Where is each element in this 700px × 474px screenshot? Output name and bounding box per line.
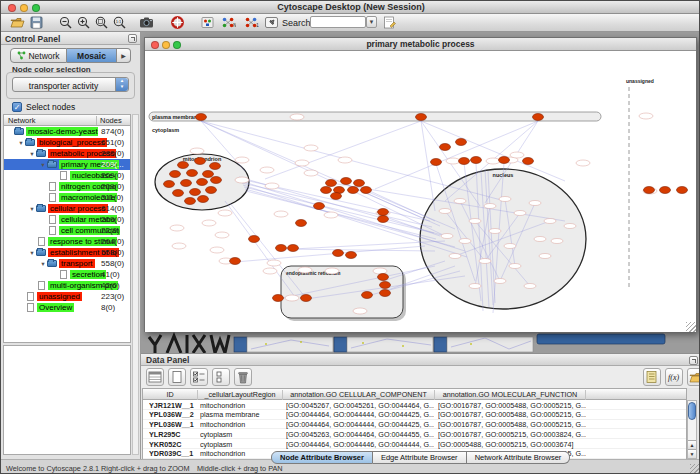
tree-row[interactable]: mosaic-demo-yeast874(0)	[4, 126, 130, 137]
zoom-selected-region-icon[interactable]	[93, 15, 110, 30]
file-icon	[49, 182, 56, 191]
node-color-attribute-select[interactable]: transporter activity ▲▼	[12, 77, 129, 92]
tab-mosaic[interactable]: Mosaic	[67, 48, 117, 63]
view-resize-grip[interactable]	[686, 322, 696, 332]
table-cell: YPL036W__2	[149, 410, 197, 419]
attribute-table-icon[interactable]	[146, 368, 164, 386]
tree-row[interactable]: cellular metabo209(0)	[4, 214, 130, 225]
table-cell: plasma membrane	[200, 410, 282, 419]
expander-icon[interactable]: ▼	[28, 151, 36, 157]
column-go-cellular-component[interactable]: annotation.GO CELLULAR_COMPONENT	[283, 390, 435, 400]
window-resize-grip[interactable]	[690, 464, 700, 474]
tree-row[interactable]: response to stimul264(0)	[4, 236, 130, 247]
function-builder-icon[interactable]: f(x)	[665, 368, 683, 386]
expander-icon[interactable]: ▼	[28, 206, 36, 212]
select-first-neighbors-icon[interactable]: N	[218, 15, 238, 30]
zoom-in-icon[interactable]	[75, 15, 92, 30]
tab-network-attribute-browser[interactable]: Network Attribute Browser	[467, 451, 571, 464]
select-attributes-icon[interactable]	[190, 368, 208, 386]
table-cell: [GO:0044464, GO:0044444, GO:0044425, G..…	[286, 410, 434, 419]
tree-row[interactable]: ▼establishment of lo558(0)	[4, 247, 130, 258]
save-session-icon[interactable]	[28, 15, 45, 30]
tree-row[interactable]: Overview8(0)	[4, 302, 130, 313]
file-icon	[27, 292, 34, 301]
tree-row-count: 651(0)	[101, 138, 124, 147]
help-icon[interactable]	[169, 15, 186, 30]
table-cell: YJR121W__1	[149, 401, 197, 410]
tree-row[interactable]: ▼biological_process651(0)	[4, 137, 130, 148]
folder-icon	[36, 150, 46, 157]
network-view-title: primary metabolic process	[145, 39, 696, 49]
tab-node-attribute-browser[interactable]: Node Attribute Browser	[271, 451, 373, 464]
folder-icon	[36, 249, 46, 256]
column-cellular-layout-region[interactable]: _cellularLayoutRegion	[198, 390, 283, 400]
table-row[interactable]: YJR121W__1mitochondrion[GO:0045267, GO:0…	[143, 400, 686, 410]
tree-row[interactable]: unassigned223(0)	[4, 291, 130, 302]
zoom-out-icon[interactable]	[57, 15, 74, 30]
control-panel-scrollbar[interactable]	[132, 114, 139, 455]
scroll-up-icon[interactable]: ▲	[688, 440, 696, 449]
preferences-icon[interactable]	[381, 15, 398, 30]
delete-attribute-icon[interactable]	[234, 368, 252, 386]
file-icon	[49, 226, 56, 235]
network-merge-icon[interactable]: 1	[241, 15, 261, 30]
control-panel: Control Panel Network Mosaic ▶ Node colo…	[1, 32, 141, 459]
column-id[interactable]: ID	[143, 390, 198, 400]
expander-icon[interactable]: ▼	[17, 140, 25, 146]
expander-icon[interactable]: ▼	[39, 261, 47, 267]
tree-row[interactable]: nucleobase-209(0)	[4, 170, 130, 181]
tree-row[interactable]: ▼transport558(0)	[4, 258, 130, 269]
tree-row[interactable]: nitrogen compo209(0)	[4, 181, 130, 192]
tree-row[interactable]: ▼cellular process614(0)	[4, 203, 130, 214]
tree-row[interactable]: ▼primary metabo209(...	[4, 159, 130, 170]
tree-row[interactable]: macromolecule311(0)	[4, 192, 130, 203]
combo-stepper-icon[interactable]: ▲▼	[115, 78, 128, 91]
table-row[interactable]: YLR295Ccytoplasm[GO:0045263, GO:0044464,…	[143, 429, 686, 439]
data-panel: Data Panel f(x) ID _cellularLayoutRegion…	[141, 353, 700, 459]
select-nodes-checkbox[interactable]: ✓	[12, 102, 22, 112]
search-dropdown-icon[interactable]: ▼	[366, 16, 377, 28]
network-view-titlebar[interactable]: primary metabolic process	[145, 38, 696, 51]
file-icon	[27, 303, 34, 312]
table-row[interactable]: YKR052Ccytoplasm[GO:0044464, GO:0044446,…	[143, 439, 686, 449]
cytoscape-window: Cytoscape Desktop (New Session) 1:1 N 1 …	[0, 0, 700, 474]
vizmapper-icon[interactable]	[199, 15, 216, 30]
tree-row[interactable]: secretion41(0)	[4, 269, 130, 280]
tree-column-network[interactable]: Network	[8, 116, 36, 125]
open-session-icon[interactable]	[9, 15, 26, 30]
tree-row-count: 264(0)	[101, 237, 124, 246]
expander-icon[interactable]: ▼	[39, 162, 47, 168]
create-attribute-icon[interactable]	[168, 368, 186, 386]
snapshot-icon[interactable]	[138, 15, 155, 30]
import-attributes-icon[interactable]	[687, 368, 700, 386]
file-icon	[60, 270, 67, 279]
network-canvas[interactable]: plasma membrane cytoplasm mitochondrion …	[145, 51, 696, 332]
annotation-icon[interactable]	[263, 15, 280, 30]
scroll-down-icon[interactable]: ▼	[688, 449, 696, 458]
unselect-attributes-icon[interactable]	[212, 368, 230, 386]
table-cell: cytoplasm	[200, 440, 282, 449]
table-cell: mitochondrion	[200, 420, 282, 429]
table-row[interactable]: YPL036W__2plasma membrane[GO:0044464, GO…	[143, 410, 686, 420]
column-go-molecular-function[interactable]: annotation.GO MOLECULAR_FUNCTION	[435, 390, 586, 400]
table-row[interactable]: YPL036W__1mitochondrion[GO:0044464, GO:0…	[143, 420, 686, 430]
background-windows-strip	[141, 332, 700, 353]
float-data-panel-icon[interactable]	[689, 356, 698, 365]
tab-network[interactable]: Network	[10, 48, 67, 63]
float-panel-icon[interactable]	[128, 34, 137, 43]
tree-row-label: Overview	[37, 303, 74, 312]
table-scrollbar-thumb[interactable]	[688, 402, 696, 420]
attribute-editor-icon[interactable]	[643, 368, 661, 386]
expander-icon[interactable]: ▼	[28, 250, 36, 256]
tree-row[interactable]: multi-organism pro42(0)	[4, 280, 130, 291]
network-nodes[interactable]	[164, 114, 688, 302]
attribute-browser-tabs: Node Attribute Browser Edge Attribute Br…	[271, 451, 570, 464]
tree-row[interactable]: ▼metabolic process280(0)	[4, 148, 130, 159]
table-scrollbar[interactable]: ▲ ▼	[687, 400, 697, 459]
tab-overflow-icon[interactable]: ▶	[117, 48, 131, 63]
zoom-fit-icon[interactable]: 1:1	[111, 15, 128, 30]
search-input[interactable]	[310, 16, 366, 28]
tree-column-nodes[interactable]: Nodes	[96, 116, 122, 125]
tab-edge-attribute-browser[interactable]: Edge Attribute Browser	[373, 451, 467, 464]
tree-row[interactable]: cell communicat22(0)	[4, 225, 130, 236]
